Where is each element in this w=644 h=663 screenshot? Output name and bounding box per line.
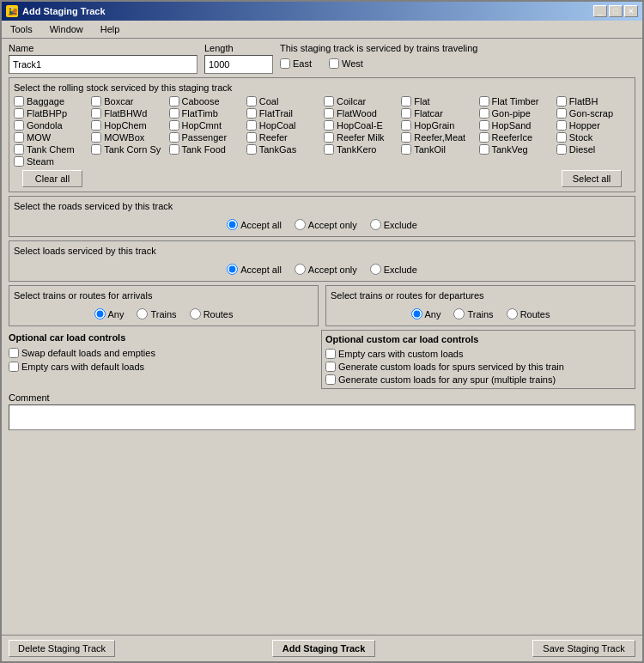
top-fields: Name Length This staging track is servic…	[9, 43, 635, 74]
west-checkbox-label[interactable]: West	[329, 58, 363, 69]
menu-tools[interactable]: Tools	[6, 22, 37, 36]
name-group: Name	[9, 43, 197, 74]
rs-tankveg[interactable]: TankVeg	[479, 144, 553, 155]
rs-passenger[interactable]: Passenger	[169, 132, 243, 143]
roads-accept-only[interactable]: Accept only	[295, 219, 357, 230]
maximize-button[interactable]: □	[609, 5, 623, 17]
window-title: Add Staging Track	[22, 6, 106, 16]
rs-hopper[interactable]: Hopper	[556, 120, 630, 131]
roads-title: Select the roads serviced by this track	[14, 201, 630, 211]
empty-default-label: Empty cars with default loads	[21, 362, 144, 372]
rs-steam[interactable]: Steam	[14, 156, 88, 167]
west-label: West	[342, 58, 363, 69]
loads-accept-only[interactable]: Accept only	[295, 264, 357, 275]
length-label: Length	[204, 43, 273, 53]
arrivals-departures-row: Select trains or routes for arrivals Any…	[9, 285, 635, 326]
rs-flatbhpp[interactable]: FlatBHPp	[14, 108, 88, 119]
east-checkbox-label[interactable]: East	[280, 58, 312, 69]
generate-any-checkbox[interactable]: Generate custom loads for any spur (mult…	[325, 374, 631, 385]
rs-flattimb[interactable]: FlatTimb	[169, 108, 243, 119]
rs-coal[interactable]: Coal	[246, 96, 320, 106]
rolling-stock-section: Select the rolling stock serviced by thi…	[9, 77, 635, 192]
menu-help[interactable]: Help	[96, 22, 125, 36]
rs-tankfood[interactable]: Tank Food	[169, 144, 243, 155]
optional-custom-section: Optional custom car load controls Empty …	[321, 330, 635, 389]
roads-accept-all[interactable]: Accept all	[227, 219, 282, 230]
departures-radio-row: Any Trains Routes	[331, 303, 630, 321]
roads-section: Select the roads serviced by this track …	[9, 196, 635, 237]
loads-radio-row: Accept all Accept only Exclude	[14, 259, 630, 277]
rs-flatcar[interactable]: Flatcar	[401, 108, 475, 119]
arrivals-any[interactable]: Any	[94, 308, 125, 319]
rs-flatbh[interactable]: FlatBH	[556, 96, 630, 106]
save-button[interactable]: Save Staging Track	[532, 640, 635, 657]
minimize-button[interactable]: _	[593, 5, 607, 17]
arrivals-title: Select trains or routes for arrivals	[14, 290, 313, 301]
rs-tankchem[interactable]: Tank Chem	[14, 144, 88, 155]
rs-hopchem[interactable]: HopChem	[91, 120, 165, 131]
rs-flat[interactable]: Flat	[401, 96, 475, 106]
clear-all-button[interactable]: Clear all	[22, 170, 82, 187]
rs-coilcar[interactable]: Coilcar	[324, 96, 398, 106]
rs-boxcar[interactable]: Boxcar	[91, 96, 165, 106]
add-button[interactable]: Add Staging Track	[272, 640, 375, 657]
departures-trains[interactable]: Trains	[453, 308, 493, 319]
departures-routes[interactable]: Routes	[507, 308, 550, 319]
loads-accept-all[interactable]: Accept all	[227, 264, 282, 275]
loads-exclude[interactable]: Exclude	[370, 264, 417, 275]
departures-section: Select trains or routes for departures A…	[325, 285, 635, 326]
delete-button[interactable]: Delete Staging Track	[9, 640, 115, 657]
rs-flatwood[interactable]: FlatWood	[324, 108, 398, 119]
length-input[interactable]	[204, 55, 273, 74]
comment-section: Comment	[9, 392, 635, 430]
rs-gonscrap[interactable]: Gon-scrap	[556, 108, 630, 119]
rs-hopcoale[interactable]: HopCoal-E	[324, 120, 398, 131]
rs-reefer[interactable]: Reefer	[246, 132, 320, 143]
empty-default-checkbox[interactable]: Empty cars with default loads	[9, 362, 314, 372]
swap-default-checkbox[interactable]: Swap default loads and empties	[9, 348, 314, 358]
empty-custom-checkbox[interactable]: Empty cars with custom loads	[325, 349, 631, 359]
rs-reefermeat[interactable]: Reefer,Meat	[401, 132, 475, 143]
rs-tankkero[interactable]: TankKero	[324, 144, 398, 155]
optional-custom-title: Optional custom car load controls	[325, 334, 631, 344]
rs-baggage[interactable]: Baggage	[14, 96, 88, 106]
swap-default-label: Swap default loads and empties	[21, 348, 155, 358]
rs-gonpipe[interactable]: Gon-pipe	[479, 108, 553, 119]
comment-label: Comment	[9, 392, 635, 403]
arrivals-radio-row: Any Trains Routes	[14, 303, 313, 321]
rs-tankcornsy[interactable]: Tank Corn Sy	[91, 144, 165, 155]
loads-title: Select loads serviced by this track	[14, 246, 630, 256]
app-icon: 🚂	[6, 5, 18, 17]
empty-custom-label: Empty cars with custom loads	[338, 349, 464, 359]
west-checkbox[interactable]	[329, 58, 339, 69]
rolling-stock-grid: Baggage Boxcar Caboose Coal Coilcar Flat…	[14, 96, 630, 167]
rs-tankgas[interactable]: TankGas	[246, 144, 320, 155]
rs-caboose[interactable]: Caboose	[169, 96, 243, 106]
rs-hopsand[interactable]: HopSand	[479, 120, 553, 131]
comment-input[interactable]	[9, 404, 635, 430]
roads-exclude[interactable]: Exclude	[370, 219, 417, 230]
departures-any[interactable]: Any	[411, 308, 441, 319]
rs-reefermilk[interactable]: Reefer Milk	[324, 132, 398, 143]
rs-flattrail[interactable]: FlatTrail	[246, 108, 320, 119]
rs-hopcmnt[interactable]: HopCmnt	[169, 120, 243, 131]
select-all-button[interactable]: Select all	[562, 170, 622, 187]
east-checkbox[interactable]	[280, 58, 290, 69]
rs-mow[interactable]: MOW	[14, 132, 88, 143]
menu-window[interactable]: Window	[46, 22, 88, 36]
rs-mowbox[interactable]: MOWBox	[91, 132, 165, 143]
rs-reeferice[interactable]: ReeferIce	[479, 132, 553, 143]
close-button[interactable]: ✕	[624, 5, 638, 17]
rs-tankoil[interactable]: TankOil	[401, 144, 475, 155]
rs-hopgrain[interactable]: HopGrain	[401, 120, 475, 131]
rs-flat-timber[interactable]: Flat Timber	[479, 96, 553, 106]
rs-flatbhwd[interactable]: FlatBHWd	[91, 108, 165, 119]
name-input[interactable]	[9, 55, 197, 74]
rs-stock[interactable]: Stock	[556, 132, 630, 143]
arrivals-trains[interactable]: Trains	[137, 308, 176, 319]
arrivals-routes[interactable]: Routes	[190, 308, 234, 319]
generate-spurs-checkbox[interactable]: Generate custom loads for spurs serviced…	[325, 362, 631, 372]
rs-diesel[interactable]: Diesel	[556, 144, 630, 155]
rs-gondola[interactable]: Gondola	[14, 120, 88, 131]
rs-hopcoal[interactable]: HopCoal	[246, 120, 320, 131]
